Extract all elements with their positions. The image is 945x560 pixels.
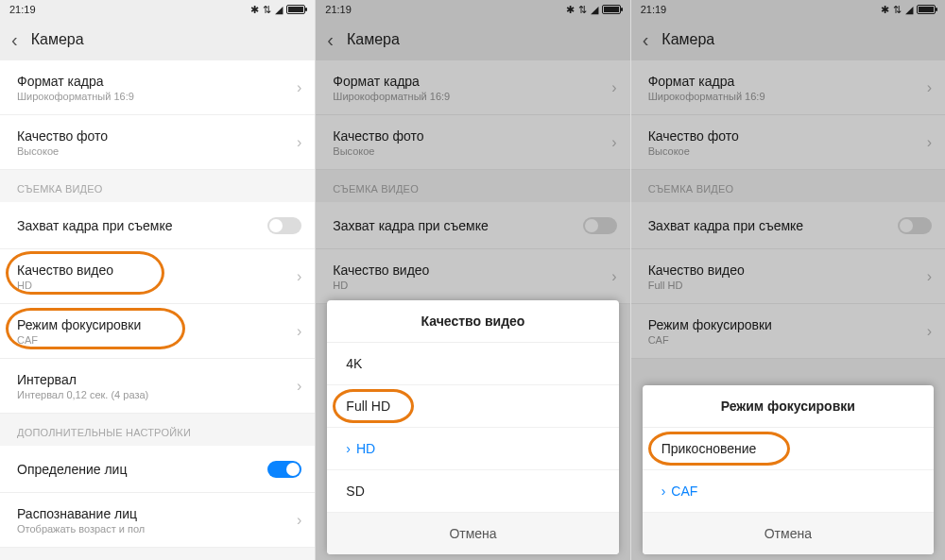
chevron-right-icon: ›: [927, 134, 932, 151]
setting-focus-mode[interactable]: Режим фокусировки CAF ›: [631, 304, 945, 359]
chevron-right-icon: ›: [927, 323, 932, 340]
setting-value: Широкоформатный 16:9: [333, 91, 597, 102]
status-bar: 21:19 ✱ ⇅ ◢: [316, 0, 629, 19]
setting-label: Качество фото: [17, 128, 283, 144]
back-icon[interactable]: ‹: [327, 30, 334, 49]
chevron-right-icon: ›: [297, 79, 301, 96]
phone-screen-1: 21:19 ✱ ⇅ ◢ ‹ Камера Формат кадра Широко…: [0, 0, 315, 560]
page-header: ‹ Камера: [0, 19, 315, 60]
setting-label: Качество фото: [333, 128, 597, 144]
setting-label: Качество видео: [648, 263, 913, 278]
page-header: ‹ Камера: [631, 19, 945, 60]
dialog-option-label: HD: [356, 441, 375, 456]
chevron-right-icon: ›: [611, 268, 616, 285]
section-header-video: СЪЕМКА ВИДЕО: [316, 170, 629, 202]
setting-video-quality[interactable]: Качество видео HD ›: [316, 249, 629, 304]
signal-icon: ◢: [275, 4, 283, 16]
setting-label: Качество видео: [17, 263, 283, 278]
status-bar: 21:19 ✱ ⇅ ◢: [0, 0, 315, 19]
chevron-right-icon: ›: [297, 378, 301, 395]
setting-capture-frame[interactable]: Захват кадра при съемке: [631, 202, 945, 249]
battery-icon: [602, 5, 621, 14]
toggle-off-icon[interactable]: [267, 217, 301, 234]
setting-focus-mode[interactable]: Режим фокусировки CAF ›: [0, 304, 315, 359]
chevron-right-icon: ›: [297, 268, 301, 285]
setting-face-recog[interactable]: Распознавание лиц Отображать возраст и п…: [0, 493, 315, 548]
chevron-right-icon: ›: [927, 268, 932, 285]
setting-label: Определение лиц: [17, 462, 283, 477]
setting-photo-quality[interactable]: Качество фото Высокое ›: [0, 115, 315, 170]
dialog-option-label: CAF: [671, 484, 697, 499]
setting-value: Широкоформатный 16:9: [17, 91, 283, 102]
page-title: Камера: [347, 31, 400, 48]
setting-label: Режим фокусировки: [17, 317, 283, 332]
setting-value: Высокое: [17, 145, 283, 157]
page-title: Камера: [662, 31, 714, 48]
dialog-option-caf[interactable]: ›CAF: [643, 470, 934, 513]
setting-value: Высокое: [648, 145, 913, 157]
status-bar: 21:19 ✱ ⇅ ◢: [631, 0, 945, 19]
data-icon: ⇅: [263, 4, 271, 16]
back-icon[interactable]: ‹: [643, 30, 649, 49]
phone-screen-2: 21:19 ✱ ⇅ ◢ ‹ Камера Формат кадра Широко…: [315, 0, 629, 560]
dialog-option-fullhd[interactable]: Full HD: [327, 385, 618, 428]
setting-label: Формат кадра: [17, 74, 283, 89]
toggle-on-icon[interactable]: [267, 461, 301, 478]
data-icon: ⇅: [578, 4, 587, 16]
setting-frame-format[interactable]: Формат кадра Широкоформатный 16:9 ›: [316, 60, 629, 115]
setting-label: Интервал: [17, 372, 283, 387]
phone-screen-3: 21:19 ✱ ⇅ ◢ ‹ Камера Формат кадра Широко…: [630, 0, 945, 560]
chevron-right-icon: ›: [927, 79, 932, 96]
setting-video-quality[interactable]: Качество видео Full HD ›: [631, 249, 945, 304]
settings-list: Формат кадра Широкоформатный 16:9 › Каче…: [0, 60, 315, 170]
bluetooth-icon: ✱: [881, 4, 889, 16]
setting-interval[interactable]: Интервал Интервал 0,12 сек. (4 раза) ›: [0, 359, 315, 414]
section-header-video: СЪЕМКА ВИДЕО: [631, 170, 945, 202]
chevron-right-icon: ›: [297, 323, 301, 340]
dialog-option-label: Прикосновение: [662, 441, 757, 456]
status-time: 21:19: [641, 4, 667, 15]
setting-capture-frame[interactable]: Захват кадра при съемке: [0, 202, 315, 249]
dialog-cancel-button[interactable]: Отмена: [643, 513, 934, 554]
setting-label: Захват кадра при съемке: [17, 218, 283, 233]
setting-value: HD: [333, 280, 597, 291]
dialog-option-sd[interactable]: SD: [327, 470, 618, 513]
dialog-title: Режим фокусировки: [643, 385, 934, 428]
setting-value: CAF: [17, 334, 283, 346]
setting-photo-quality[interactable]: Качество фото Высокое ›: [316, 115, 629, 170]
setting-face-detect[interactable]: Определение лиц: [0, 446, 315, 493]
dialog-option-4k[interactable]: 4K: [327, 343, 618, 385]
setting-label: Формат кадра: [648, 74, 913, 89]
section-header-extra: ДОПОЛНИТЕЛЬНЫЕ НАСТРОЙКИ: [0, 414, 315, 446]
dialog-option-hd[interactable]: ›HD: [327, 428, 618, 470]
setting-value: Отображать возраст и пол: [17, 523, 283, 535]
data-icon: ⇅: [893, 4, 902, 16]
setting-frame-format[interactable]: Формат кадра Широкоформатный 16:9 ›: [631, 60, 945, 115]
bluetooth-icon: ✱: [250, 4, 259, 16]
setting-label: Режим фокусировки: [648, 317, 913, 332]
toggle-off-icon[interactable]: [898, 217, 932, 234]
battery-icon: [286, 5, 305, 14]
dialog-cancel-button[interactable]: Отмена: [327, 513, 618, 554]
chevron-right-icon: ›: [297, 512, 301, 529]
setting-label: Формат кадра: [333, 74, 597, 89]
back-icon[interactable]: ‹: [11, 30, 18, 49]
setting-capture-frame[interactable]: Захват кадра при съемке: [316, 202, 629, 249]
setting-frame-format[interactable]: Формат кадра Широкоформатный 16:9 ›: [0, 60, 315, 115]
chevron-right-icon: ›: [611, 79, 616, 96]
setting-video-quality[interactable]: Качество видео HD ›: [0, 249, 315, 304]
signal-icon: ◢: [591, 4, 598, 16]
dialog-option-touch[interactable]: Прикосновение: [643, 428, 934, 470]
setting-value: Широкоформатный 16:9: [648, 91, 913, 102]
setting-label: Захват кадра при съемке: [648, 218, 913, 233]
setting-value: Высокое: [333, 145, 597, 157]
dialog-focus-mode: Режим фокусировки Прикосновение ›CAF Отм…: [643, 385, 934, 554]
dialog-title: Качество видео: [327, 300, 618, 343]
bluetooth-icon: ✱: [566, 4, 575, 16]
setting-label: Качество фото: [648, 128, 913, 144]
page-title: Камера: [31, 31, 84, 48]
chevron-right-icon: ›: [297, 134, 301, 151]
toggle-off-icon[interactable]: [583, 217, 617, 234]
setting-photo-quality[interactable]: Качество фото Высокое ›: [631, 115, 945, 170]
battery-icon: [917, 5, 936, 14]
